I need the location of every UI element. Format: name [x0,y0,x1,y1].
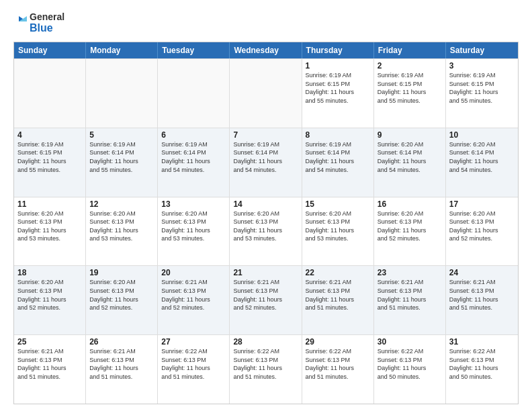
day-number: 8 [306,130,370,140]
day-number: 16 [378,199,442,209]
calendar-header: SundayMondayTuesdayWednesdayThursdayFrid… [14,42,518,58]
cell-info: Sunrise: 6:20 AM Sunset: 6:13 PM Dayligh… [378,210,442,243]
day-number: 29 [306,337,370,347]
day-number: 4 [17,130,82,140]
day-number: 17 [449,199,515,209]
day-number: 19 [89,268,154,277]
day-number: 28 [233,337,298,347]
week-row-3: 11Sunrise: 6:20 AM Sunset: 6:13 PM Dayli… [14,197,518,266]
cal-cell: 30Sunrise: 6:22 AM Sunset: 6:13 PM Dayli… [374,335,446,404]
day-header-sunday: Sunday [14,42,86,58]
cell-info: Sunrise: 6:20 AM Sunset: 6:13 PM Dayligh… [89,278,154,312]
day-number: 12 [89,199,154,209]
day-number: 5 [89,130,154,140]
cell-info: Sunrise: 6:20 AM Sunset: 6:14 PM Dayligh… [378,140,442,174]
cal-cell: 1Sunrise: 6:19 AM Sunset: 6:15 PM Daylig… [302,59,374,128]
cal-cell: 2Sunrise: 6:19 AM Sunset: 6:15 PM Daylig… [374,59,446,128]
day-number: 11 [17,199,82,209]
cell-info: Sunrise: 6:20 AM Sunset: 6:13 PM Dayligh… [161,210,226,243]
cal-cell: 28Sunrise: 6:22 AM Sunset: 6:13 PM Dayli… [230,335,302,404]
cal-cell: 16Sunrise: 6:20 AM Sunset: 6:13 PM Dayli… [374,197,446,266]
cal-cell: 20Sunrise: 6:21 AM Sunset: 6:13 PM Dayli… [158,266,230,334]
logo-line2: Blue [30,22,64,34]
cal-cell: 11Sunrise: 6:20 AM Sunset: 6:13 PM Dayli… [14,197,86,266]
cal-cell: 15Sunrise: 6:20 AM Sunset: 6:13 PM Dayli… [302,197,374,266]
day-number: 10 [449,130,515,140]
header: General Blue [13,11,519,35]
cal-cell: 14Sunrise: 6:20 AM Sunset: 6:13 PM Dayli… [230,197,302,266]
cell-info: Sunrise: 6:19 AM Sunset: 6:15 PM Dayligh… [449,71,515,105]
day-number: 23 [378,268,442,277]
day-header-saturday: Saturday [446,42,518,58]
cell-info: Sunrise: 6:19 AM Sunset: 6:15 PM Dayligh… [17,140,82,174]
day-header-friday: Friday [374,42,446,58]
cal-cell: 22Sunrise: 6:21 AM Sunset: 6:13 PM Dayli… [302,266,374,334]
cell-info: Sunrise: 6:22 AM Sunset: 6:13 PM Dayligh… [449,347,515,381]
cell-info: Sunrise: 6:21 AM Sunset: 6:13 PM Dayligh… [378,278,442,312]
cal-cell [14,59,86,128]
calendar: SundayMondayTuesdayWednesdayThursdayFrid… [13,42,519,404]
cal-cell: 8Sunrise: 6:19 AM Sunset: 6:14 PM Daylig… [302,128,374,197]
cal-cell [86,59,158,128]
cal-cell [158,59,230,128]
week-row-5: 25Sunrise: 6:21 AM Sunset: 6:13 PM Dayli… [14,334,518,404]
cell-info: Sunrise: 6:19 AM Sunset: 6:15 PM Dayligh… [306,71,370,105]
cell-info: Sunrise: 6:21 AM Sunset: 6:13 PM Dayligh… [89,347,154,381]
day-number: 21 [233,268,298,277]
week-row-4: 18Sunrise: 6:20 AM Sunset: 6:13 PM Dayli… [14,265,518,334]
cell-info: Sunrise: 6:20 AM Sunset: 6:13 PM Dayligh… [89,210,154,243]
cell-info: Sunrise: 6:20 AM Sunset: 6:13 PM Dayligh… [233,210,298,243]
cell-info: Sunrise: 6:20 AM Sunset: 6:14 PM Dayligh… [449,140,515,174]
cal-cell: 24Sunrise: 6:21 AM Sunset: 6:13 PM Dayli… [446,266,518,334]
cell-info: Sunrise: 6:22 AM Sunset: 6:13 PM Dayligh… [161,347,226,381]
cell-info: Sunrise: 6:19 AM Sunset: 6:14 PM Dayligh… [89,140,154,174]
cell-info: Sunrise: 6:19 AM Sunset: 6:14 PM Dayligh… [306,140,370,174]
day-number: 14 [233,199,298,209]
day-number: 25 [17,337,82,347]
cal-cell: 7Sunrise: 6:19 AM Sunset: 6:14 PM Daylig… [230,128,302,197]
cal-cell: 26Sunrise: 6:21 AM Sunset: 6:13 PM Dayli… [86,335,158,404]
cal-cell: 31Sunrise: 6:22 AM Sunset: 6:13 PM Dayli… [446,335,518,404]
day-header-wednesday: Wednesday [230,42,302,58]
week-row-2: 4Sunrise: 6:19 AM Sunset: 6:15 PM Daylig… [14,128,518,197]
cal-cell: 17Sunrise: 6:20 AM Sunset: 6:13 PM Dayli… [446,197,518,266]
cal-cell: 19Sunrise: 6:20 AM Sunset: 6:13 PM Dayli… [86,266,158,334]
page: General Blue SundayMondayTuesdayWednesda… [0,0,532,411]
cell-info: Sunrise: 6:21 AM Sunset: 6:13 PM Dayligh… [306,278,370,312]
cell-info: Sunrise: 6:20 AM Sunset: 6:13 PM Dayligh… [449,210,515,243]
cell-info: Sunrise: 6:21 AM Sunset: 6:13 PM Dayligh… [233,278,298,312]
cell-info: Sunrise: 6:22 AM Sunset: 6:13 PM Dayligh… [378,347,442,381]
cell-info: Sunrise: 6:19 AM Sunset: 6:14 PM Dayligh… [161,140,226,174]
cell-info: Sunrise: 6:20 AM Sunset: 6:13 PM Dayligh… [17,210,82,243]
day-number: 15 [306,199,370,209]
day-number: 20 [161,268,226,277]
cal-cell: 10Sunrise: 6:20 AM Sunset: 6:14 PM Dayli… [446,128,518,197]
cell-info: Sunrise: 6:22 AM Sunset: 6:13 PM Dayligh… [306,347,370,381]
day-number: 3 [449,61,515,71]
cal-cell [230,59,302,128]
logo-bird-icon [13,11,27,35]
day-header-tuesday: Tuesday [158,42,230,58]
cal-cell: 6Sunrise: 6:19 AM Sunset: 6:14 PM Daylig… [158,128,230,197]
cal-cell: 3Sunrise: 6:19 AM Sunset: 6:15 PM Daylig… [446,59,518,128]
day-number: 1 [306,61,370,71]
cal-cell: 4Sunrise: 6:19 AM Sunset: 6:15 PM Daylig… [14,128,86,197]
calendar-body: 1Sunrise: 6:19 AM Sunset: 6:15 PM Daylig… [14,58,518,404]
cal-cell: 18Sunrise: 6:20 AM Sunset: 6:13 PM Dayli… [14,266,86,334]
day-header-thursday: Thursday [302,42,374,58]
day-header-monday: Monday [86,42,158,58]
cal-cell: 12Sunrise: 6:20 AM Sunset: 6:13 PM Dayli… [86,197,158,266]
cal-cell: 9Sunrise: 6:20 AM Sunset: 6:14 PM Daylig… [374,128,446,197]
cell-info: Sunrise: 6:20 AM Sunset: 6:13 PM Dayligh… [306,210,370,243]
day-number: 24 [449,268,515,277]
cell-info: Sunrise: 6:22 AM Sunset: 6:13 PM Dayligh… [233,347,298,381]
cell-info: Sunrise: 6:21 AM Sunset: 6:13 PM Dayligh… [161,278,226,312]
cal-cell: 13Sunrise: 6:20 AM Sunset: 6:13 PM Dayli… [158,197,230,266]
week-row-1: 1Sunrise: 6:19 AM Sunset: 6:15 PM Daylig… [14,58,518,128]
day-number: 13 [161,199,226,209]
day-number: 2 [378,61,442,71]
day-number: 27 [161,337,226,347]
logo-line1: General [30,11,64,22]
cell-info: Sunrise: 6:19 AM Sunset: 6:14 PM Dayligh… [233,140,298,174]
cal-cell: 23Sunrise: 6:21 AM Sunset: 6:13 PM Dayli… [374,266,446,334]
